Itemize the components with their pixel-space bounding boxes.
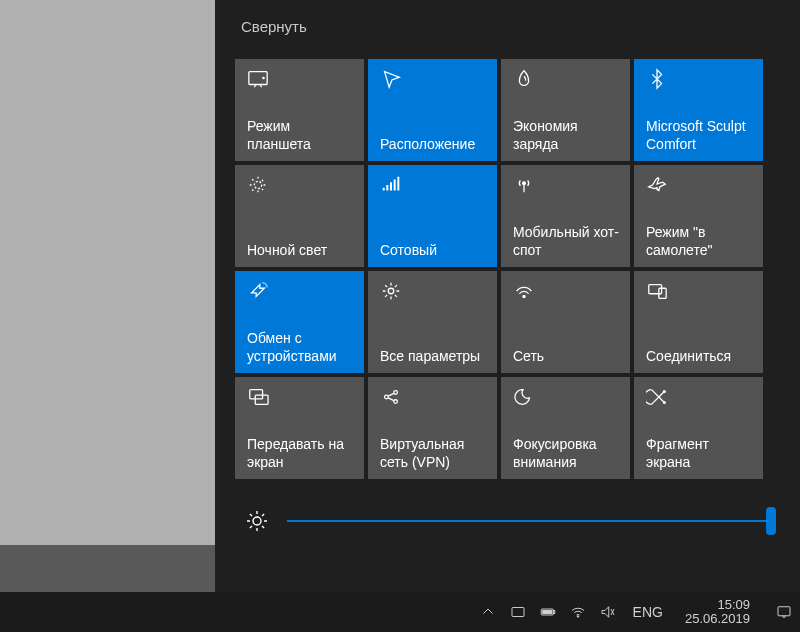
- brightness-thumb[interactable]: [766, 507, 776, 535]
- svg-point-11: [394, 391, 398, 395]
- svg-point-1: [263, 77, 264, 78]
- tile-label: Передавать на экран: [247, 436, 354, 471]
- focus-icon: [513, 385, 537, 409]
- tile-label: Режим "в самолете": [646, 224, 753, 259]
- svg-rect-8: [250, 390, 263, 399]
- tile-label: Расположение: [380, 136, 487, 154]
- svg-rect-18: [553, 611, 555, 614]
- tile-label: Microsoft Sculpt Comfort: [646, 118, 753, 153]
- volume-tray-icon[interactable]: [599, 603, 617, 621]
- bluetooth-icon: [646, 67, 670, 91]
- battery-saver-tile[interactable]: Экономия заряда: [501, 59, 630, 161]
- night-light-icon: [247, 173, 271, 197]
- tile-label: Экономия заряда: [513, 118, 620, 153]
- svg-rect-6: [649, 285, 662, 294]
- action-center-button[interactable]: [774, 602, 794, 622]
- tablet-icon: [247, 67, 271, 91]
- network-icon: [513, 279, 537, 303]
- hotspot-icon: [513, 173, 537, 197]
- svg-rect-9: [255, 395, 268, 404]
- tile-label: Виртуальная сеть (VPN): [380, 436, 487, 471]
- tile-label: Соединиться: [646, 348, 753, 366]
- tile-label: Фокусировка внимания: [513, 436, 620, 471]
- wifi-tray-icon[interactable]: [569, 603, 587, 621]
- svg-point-4: [388, 288, 394, 294]
- location-tile[interactable]: Расположение: [368, 59, 497, 161]
- clock-date: 25.06.2019: [685, 612, 750, 626]
- settings-icon: [380, 279, 404, 303]
- tray-overflow-icon[interactable]: [479, 603, 497, 621]
- svg-rect-16: [512, 608, 524, 617]
- snip-icon: [646, 385, 670, 409]
- brightness-icon: [245, 509, 269, 533]
- night-light-tile[interactable]: Ночной свет: [235, 165, 364, 267]
- cellular-icon: [380, 173, 404, 197]
- tablet-mode-tile[interactable]: Режим планшета: [235, 59, 364, 161]
- tile-label: Режим планшета: [247, 118, 354, 153]
- svg-point-2: [254, 181, 261, 188]
- quick-action-tiles: Режим планшета Расположение Экономия зар…: [235, 59, 780, 479]
- connect-icon: [646, 279, 670, 303]
- tile-label: Мобильный хот-спот: [513, 224, 620, 259]
- collapse-button[interactable]: Свернуть: [235, 14, 313, 39]
- svg-point-3: [523, 182, 526, 185]
- tile-label: Фрагмент экрана: [646, 436, 753, 471]
- airplane-icon: [646, 173, 670, 197]
- desktop: Свернуть Режим планшета Расположение Эко…: [0, 0, 800, 632]
- tile-label: Все параметры: [380, 348, 487, 366]
- clock[interactable]: 15:09 25.06.2019: [679, 598, 756, 627]
- tile-label: Обмен с устройствами: [247, 330, 354, 365]
- svg-rect-21: [778, 607, 790, 616]
- clock-time: 15:09: [685, 598, 750, 612]
- svg-point-10: [385, 395, 389, 399]
- nearby-share-tile[interactable]: Обмен с устройствами: [235, 271, 364, 373]
- cellular-tile[interactable]: Сотовый: [368, 165, 497, 267]
- svg-point-12: [394, 400, 398, 404]
- battery-tray-icon[interactable]: [539, 603, 557, 621]
- airplane-mode-tile[interactable]: Режим "в самолете": [634, 165, 763, 267]
- system-tray: ENG 15:09 25.06.2019: [479, 598, 794, 627]
- svg-rect-19: [542, 611, 551, 614]
- svg-point-14: [663, 402, 665, 404]
- taskbar: ENG 15:09 25.06.2019: [0, 592, 800, 632]
- tile-label: Ночной свет: [247, 242, 354, 260]
- focus-assist-tile[interactable]: Фокусировка внимания: [501, 377, 630, 479]
- svg-point-15: [253, 517, 261, 525]
- left-panel: [0, 0, 215, 545]
- project-tile[interactable]: Передавать на экран: [235, 377, 364, 479]
- tile-label: Сеть: [513, 348, 620, 366]
- svg-point-20: [577, 616, 579, 618]
- screen-snip-tile[interactable]: Фрагмент экрана: [634, 377, 763, 479]
- nearby-share-icon: [247, 279, 271, 303]
- brightness-slider[interactable]: [235, 509, 780, 533]
- connect-tile[interactable]: Соединиться: [634, 271, 763, 373]
- vpn-icon: [380, 385, 404, 409]
- battery-saver-icon: [513, 67, 537, 91]
- bluetooth-tile[interactable]: Microsoft Sculpt Comfort: [634, 59, 763, 161]
- vpn-tile[interactable]: Виртуальная сеть (VPN): [368, 377, 497, 479]
- svg-point-13: [663, 391, 665, 393]
- project-icon: [247, 385, 271, 409]
- network-tile[interactable]: Сеть: [501, 271, 630, 373]
- language-indicator[interactable]: ENG: [629, 604, 667, 620]
- all-settings-tile[interactable]: Все параметры: [368, 271, 497, 373]
- tile-label: Сотовый: [380, 242, 487, 260]
- svg-point-5: [523, 295, 525, 297]
- brightness-track[interactable]: [287, 520, 770, 522]
- hotspot-tile[interactable]: Мобильный хот-спот: [501, 165, 630, 267]
- tablet-mode-tray-icon[interactable]: [509, 603, 527, 621]
- location-icon: [380, 67, 404, 91]
- action-center-panel: Свернуть Режим планшета Расположение Эко…: [215, 0, 800, 592]
